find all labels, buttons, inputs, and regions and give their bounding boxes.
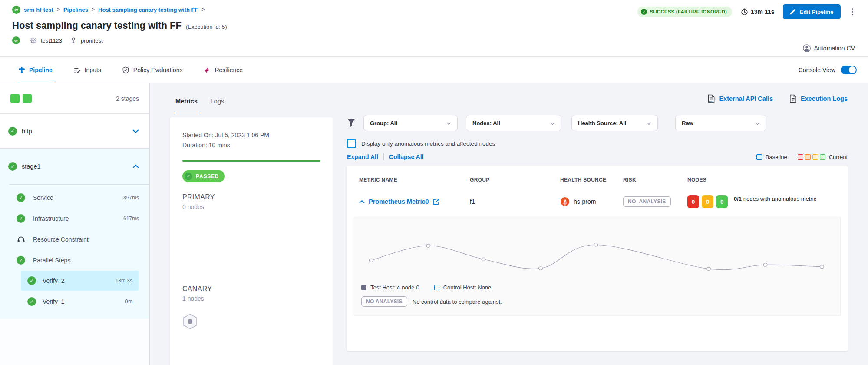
column-header: NODES: [687, 177, 848, 183]
sidebar-stage-http[interactable]: ✓ http: [0, 114, 149, 149]
step-label: Infrastructure: [33, 215, 69, 222]
data-point-marker: [763, 263, 767, 266]
avatar-icon: [803, 44, 811, 52]
header-actions: ✓ SUCCESS (FAILURE IGNORED) 13m 11s Edit…: [637, 4, 856, 19]
total-duration: 13m 11s: [741, 8, 775, 16]
environment-label[interactable]: test1123: [41, 37, 62, 44]
red-swatch-icon: [798, 154, 803, 160]
tab-pipeline-label: Pipeline: [29, 66, 53, 73]
console-view-label: Console View: [799, 66, 835, 73]
tab-metrics[interactable]: Metrics: [175, 98, 198, 107]
verify-tabs: Metrics Logs: [170, 83, 333, 117]
health-source-filter-select[interactable]: Health Source: All: [571, 115, 658, 131]
more-options-icon[interactable]: [849, 7, 856, 17]
metrics-table-header: METRIC NAME GROUP HEALTH SOURCE RISK NOD…: [347, 166, 848, 186]
anomalous-checkbox-label: Display only anomalous metrics and affec…: [361, 140, 495, 147]
collapse-all-link[interactable]: Collapse All: [389, 153, 424, 160]
baseline-swatch-icon: [756, 154, 762, 160]
execution-logs-label: Execution Logs: [801, 95, 848, 102]
inputs-icon: [73, 66, 81, 74]
data-point-marker: [369, 259, 373, 262]
passed-badge-label: PASSED: [196, 173, 219, 179]
sidebar-stage-stage1[interactable]: ✓ stage1: [0, 149, 149, 184]
gear-icon[interactable]: [30, 37, 37, 44]
breadcrumb-project[interactable]: srm-hf-test: [24, 7, 53, 13]
stage1-block: ✓ stage1 ✓ Service 857ms ✓ Infrastructur…: [0, 149, 149, 319]
tab-pipeline[interactable]: Pipeline: [17, 57, 53, 83]
sidebar-step-verify-2[interactable]: ✓ Verify_2 13m 3s: [21, 271, 139, 291]
edit-pipeline-button[interactable]: Edit Pipeline: [783, 4, 840, 19]
nodes-summary: 0/1 nodes with anomalous metric: [734, 195, 816, 203]
success-check-icon: ✓: [17, 193, 25, 202]
breadcrumb-separator-icon: >: [201, 7, 205, 13]
data-point-marker: [482, 258, 485, 261]
verify-summary-card: Started On: Jul 5, 2023 1:06 PM Duration…: [170, 117, 333, 365]
clock-icon: [741, 8, 748, 16]
user-name: Automation CV: [814, 45, 855, 52]
metric-group: f1: [470, 198, 560, 205]
current-legend-label: Current: [829, 154, 848, 160]
breadcrumb-separator-icon: >: [92, 7, 95, 13]
sidebar-step-parallel-steps[interactable]: ✓ Parallel Steps: [0, 250, 149, 271]
metric-chart-panel: Test Host: c-node-0 Control Host: None N…: [354, 217, 841, 316]
external-link-icon[interactable]: [433, 199, 439, 205]
group-filter-select[interactable]: Group: All: [363, 115, 458, 131]
body: 2 stages ✓ http ✓ stage1: [0, 83, 868, 365]
baseline-legend-label: Baseline: [766, 154, 787, 160]
panel-links: API External API Calls Execution Logs: [347, 92, 848, 105]
breadcrumb-pipelines[interactable]: Pipelines: [63, 7, 88, 13]
tab-resilience[interactable]: Resilience: [202, 57, 244, 83]
metric-line-chart[interactable]: [361, 225, 833, 282]
column-header: HEALTH SOURCE: [560, 177, 623, 183]
edit-pipeline-label: Edit Pipeline: [799, 9, 833, 15]
green-swatch-icon: [820, 154, 825, 160]
meta-row: ∞ test1123 promtest: [12, 36, 856, 44]
external-api-calls-link[interactable]: API External API Calls: [707, 94, 773, 103]
page-title: Host sampling canary testing with FF: [12, 20, 182, 31]
nodes-filter-select[interactable]: Nodes: All: [466, 115, 561, 131]
execution-logs-link[interactable]: Execution Logs: [789, 94, 848, 103]
tab-logs[interactable]: Logs: [211, 98, 224, 107]
sidebar-step-resource-constraint[interactable]: Resource Constraint: [0, 229, 149, 250]
srm-module-icon: ∞: [12, 36, 20, 44]
page-header: ∞ srm-hf-test > Pipelines > Host samplin…: [0, 0, 868, 56]
anomalous-checkbox[interactable]: [347, 139, 356, 148]
chevron-down-icon: [446, 120, 451, 126]
nodes-summary-text: nodes with anomalous metric: [742, 196, 816, 202]
breadcrumb-pipeline-name[interactable]: Host sampling canary testing with FF: [98, 7, 198, 13]
sidebar-step-verify-1[interactable]: ✓ Verify_1 9m: [21, 292, 139, 312]
console-view-toggle[interactable]: [841, 66, 857, 74]
step-duration: 857ms: [123, 195, 139, 201]
control-host-swatch-icon: [434, 285, 439, 290]
title-row: Host sampling canary testing with FF (Ex…: [12, 20, 856, 31]
canary-node[interactable]: [182, 313, 320, 330]
expand-all-link[interactable]: Expand All: [347, 153, 378, 160]
filter-icon[interactable]: [347, 118, 356, 128]
execution-id: (Execution Id: 5): [186, 23, 227, 30]
sidebar-step-infrastructure[interactable]: ✓ Infrastructure 617ms: [0, 208, 149, 229]
metric-name-link[interactable]: Prometheus Metric0: [369, 198, 429, 205]
mode-select[interactable]: Raw: [675, 115, 766, 131]
tab-policy-evaluations[interactable]: Policy Evaluations: [121, 57, 184, 83]
hexagon-node-icon: [182, 313, 198, 330]
sidebar-step-service[interactable]: ✓ Service 857ms: [0, 187, 149, 208]
document-icon: [789, 94, 797, 103]
health-source-name: hs-prom: [574, 198, 596, 205]
test-host-swatch-icon: [361, 285, 366, 290]
chevron-down-icon[interactable]: [132, 129, 139, 133]
column-header: GROUP: [470, 177, 560, 183]
data-point-marker: [707, 267, 711, 270]
test-host-label: Test Host: c-node-0: [370, 284, 419, 291]
user-info: Automation CV: [803, 44, 855, 52]
prometheus-icon: [560, 197, 570, 206]
service-label[interactable]: promtest: [81, 37, 103, 44]
tab-inputs[interactable]: Inputs: [73, 57, 102, 83]
collapse-metric-icon[interactable]: [359, 200, 365, 204]
step-duration: 9m: [125, 299, 132, 305]
green-node-count: 0: [716, 195, 728, 208]
step-label: Verify_1: [43, 298, 65, 305]
orange-swatch-icon: [805, 154, 811, 160]
chevron-up-icon[interactable]: [132, 164, 139, 169]
nodes-filter-value: Nodes: All: [472, 120, 500, 126]
data-point-marker: [820, 265, 824, 268]
